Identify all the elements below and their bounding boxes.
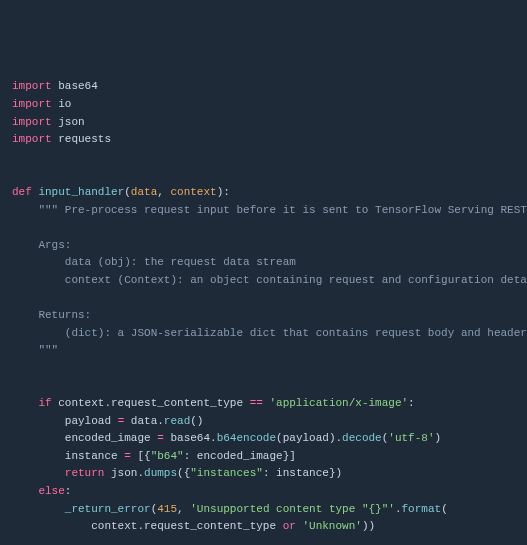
code-token: """ [38, 344, 58, 356]
code-line: else: [12, 483, 515, 501]
code-line: Returns: [12, 307, 515, 325]
code-token: ): [217, 186, 230, 198]
code-token: import [12, 80, 52, 92]
code-token: 'Unknown' [302, 520, 361, 532]
code-line: _return_error(415, 'Unsupported content … [12, 501, 515, 519]
code-token [12, 397, 38, 409]
code-line: def input_handler(data, context): [12, 184, 515, 202]
code-line: Args: [12, 237, 515, 255]
code-token: import [12, 98, 52, 110]
code-token: data (obj): the request data stream [65, 256, 296, 268]
code-token: import [12, 133, 52, 145]
code-token [12, 485, 38, 497]
code-token: : [408, 397, 415, 409]
code-token: 415 [157, 503, 177, 515]
code-line: (dict): a JSON-serializable dict that co… [12, 325, 515, 343]
code-token: : encoded_image}] [184, 450, 296, 462]
code-token: ( [441, 503, 448, 515]
code-token: """ Pre-process request input before it … [38, 204, 527, 216]
code-line: """ [12, 342, 515, 360]
code-line [12, 149, 515, 167]
code-editor[interactable]: import base64import ioimport jsonimport … [12, 78, 515, 545]
code-line: """ Pre-process request input before it … [12, 202, 515, 220]
code-token: (dict): a JSON-serializable dict that co… [65, 327, 527, 339]
code-token: return [65, 467, 105, 479]
code-line [12, 360, 515, 378]
code-token: b64encode [217, 432, 276, 444]
code-token: base64 [58, 80, 98, 92]
code-line: context (Context): an object containing … [12, 272, 515, 290]
code-line: return json.dumps({"instances": instance… [12, 465, 515, 483]
code-token: instance [12, 450, 124, 462]
code-token: json. [104, 467, 144, 479]
code-token: "b64" [151, 450, 184, 462]
code-token: )) [362, 520, 375, 532]
code-line [12, 536, 515, 545]
code-token: (payload). [276, 432, 342, 444]
code-line [12, 166, 515, 184]
code-token: , [157, 186, 170, 198]
code-token: : [65, 485, 72, 497]
code-token [12, 327, 65, 339]
code-token: input_handler [38, 186, 124, 198]
code-token [12, 274, 65, 286]
code-token: Args: [38, 239, 71, 251]
code-token: = [157, 432, 164, 444]
code-token [12, 344, 38, 356]
code-token: context [170, 186, 216, 198]
code-line: import io [12, 96, 515, 114]
code-line: data (obj): the request data stream [12, 254, 515, 272]
code-token: . [395, 503, 402, 515]
code-token: json [58, 116, 84, 128]
code-line: if context.request_content_type == 'appl… [12, 395, 515, 413]
code-token: if [38, 397, 51, 409]
code-token: base64. [164, 432, 217, 444]
code-token [12, 503, 65, 515]
code-token: dumps [144, 467, 177, 479]
code-token: io [58, 98, 71, 110]
code-token: data [131, 186, 157, 198]
code-token: decode [342, 432, 382, 444]
code-token [12, 239, 38, 251]
code-token: [{ [131, 450, 151, 462]
code-token [12, 467, 65, 479]
code-token: import [12, 116, 52, 128]
code-line [12, 377, 515, 395]
code-token: 'Unsupported content type "{}"' [190, 503, 395, 515]
code-line: import requests [12, 131, 515, 149]
code-line: instance = [{"b64": encoded_image}] [12, 448, 515, 466]
code-token [12, 309, 38, 321]
code-token: _return_error [65, 503, 151, 515]
code-line: import json [12, 114, 515, 132]
code-token: context.request_content_type [52, 397, 250, 409]
code-line: payload = data.read() [12, 413, 515, 431]
code-token: ({ [177, 467, 190, 479]
code-token: == [250, 397, 263, 409]
code-token: ) [435, 432, 442, 444]
code-token: requests [58, 133, 111, 145]
code-line [12, 219, 515, 237]
code-token: , [177, 503, 190, 515]
code-token: ( [124, 186, 131, 198]
code-token: def [12, 186, 32, 198]
code-token: payload [12, 415, 118, 427]
code-token: Returns: [38, 309, 91, 321]
code-line: encoded_image = base64.b64encode(payload… [12, 430, 515, 448]
code-token [12, 204, 38, 216]
code-token: 'utf-8' [388, 432, 434, 444]
code-token: context (Context): an object containing … [65, 274, 527, 286]
code-token: data. [124, 415, 164, 427]
code-token: = [124, 450, 131, 462]
code-token: () [190, 415, 203, 427]
code-token: : instance}) [263, 467, 342, 479]
code-line: import base64 [12, 78, 515, 96]
code-token: encoded_image [12, 432, 157, 444]
code-token: "instances" [190, 467, 263, 479]
code-token: format [402, 503, 442, 515]
code-line: context.request_content_type or 'Unknown… [12, 518, 515, 536]
code-token: context.request_content_type [12, 520, 283, 532]
code-token: or [283, 520, 296, 532]
code-token: 'application/x-image' [269, 397, 408, 409]
code-token: else [38, 485, 64, 497]
code-token: read [164, 415, 190, 427]
